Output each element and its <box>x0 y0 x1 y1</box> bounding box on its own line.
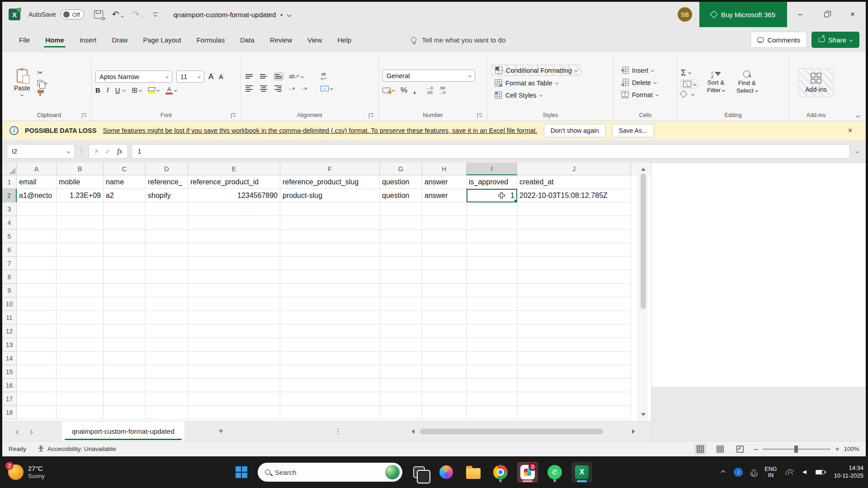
cell-D10[interactable] <box>146 297 188 311</box>
cell-E7[interactable] <box>188 257 280 270</box>
cell-G16[interactable] <box>380 379 422 392</box>
cell-G9[interactable] <box>380 284 422 297</box>
cell-A18[interactable] <box>17 406 57 419</box>
row-header-1[interactable]: 1 <box>2 175 17 189</box>
cell-F16[interactable] <box>280 379 380 392</box>
cell-F18[interactable] <box>280 406 380 419</box>
font-size-select[interactable]: 11 <box>176 70 204 83</box>
cell-F15[interactable] <box>280 365 380 379</box>
cell-H5[interactable] <box>422 230 467 243</box>
cell-C16[interactable] <box>104 379 146 392</box>
cell-H13[interactable] <box>422 338 467 352</box>
align-middle-button[interactable] <box>259 73 268 80</box>
cell-E14[interactable] <box>188 352 280 365</box>
document-title[interactable]: qnaimport-custom-format-updated • <box>173 11 290 19</box>
cell-D8[interactable] <box>146 270 188 284</box>
cell-F2[interactable]: product-slug <box>280 189 380 202</box>
cell-E8[interactable] <box>188 270 280 284</box>
cell-I16[interactable] <box>467 379 517 392</box>
cell-F17[interactable] <box>280 392 380 406</box>
cell-E9[interactable] <box>188 284 280 297</box>
cell-F7[interactable] <box>280 257 380 270</box>
cell-B15[interactable] <box>57 365 104 379</box>
cell-C1[interactable]: name <box>104 175 146 189</box>
previous-sheet-icon[interactable] <box>14 425 23 438</box>
cell-I17[interactable] <box>467 392 517 406</box>
cell-C5[interactable] <box>104 230 146 243</box>
cell-E18[interactable] <box>188 406 280 419</box>
row-header-9[interactable]: 9 <box>2 284 17 297</box>
cell-J12[interactable] <box>517 324 631 338</box>
zoom-slider[interactable] <box>763 449 830 450</box>
enter-entry-icon[interactable]: ✓ <box>105 147 111 155</box>
increase-decimal-button[interactable]: ←0.00 <box>426 86 433 95</box>
cell-D17[interactable] <box>146 392 188 406</box>
cell-B3[interactable] <box>57 202 104 216</box>
cell-G11[interactable] <box>380 311 422 324</box>
cell-H16[interactable] <box>422 379 467 392</box>
decrease-indent-button[interactable]: ←≡ <box>288 86 295 91</box>
cell-B12[interactable] <box>57 324 104 338</box>
row-header-16[interactable]: 16 <box>2 379 17 392</box>
name-box-dropdown-icon[interactable] <box>67 150 70 153</box>
notification-info-icon[interactable]: i <box>734 468 743 477</box>
page-break-preview-button[interactable] <box>734 444 746 455</box>
microphone-icon[interactable] <box>752 469 755 475</box>
row-header-12[interactable]: 12 <box>2 324 17 338</box>
delete-cells-button[interactable]: Delete <box>618 77 660 88</box>
cell-E4[interactable] <box>188 216 280 230</box>
clipboard-dialog-launcher-icon[interactable]: ↘ <box>82 113 87 118</box>
customize-qat-button[interactable] <box>153 13 158 17</box>
cell-H1[interactable]: answer <box>422 175 467 189</box>
cell-J6[interactable] <box>517 243 631 257</box>
copy-button[interactable] <box>38 80 47 86</box>
cell-C3[interactable] <box>104 202 146 216</box>
cell-C15[interactable] <box>104 365 146 379</box>
cell-C8[interactable] <box>104 270 146 284</box>
autosave-toggle[interactable]: Off <box>61 9 84 19</box>
cell-E16[interactable] <box>188 379 280 392</box>
cell-A15[interactable] <box>17 365 57 379</box>
column-header-D[interactable]: D <box>146 163 188 175</box>
cell-D12[interactable] <box>146 324 188 338</box>
next-sheet-icon[interactable] <box>26 425 35 438</box>
format-as-table-button[interactable]: Format as Table <box>491 78 561 88</box>
cell-G10[interactable] <box>380 297 422 311</box>
cell-H9[interactable] <box>422 284 467 297</box>
column-header-B[interactable]: B <box>57 163 104 175</box>
cell-B11[interactable] <box>57 311 104 324</box>
cell-B4[interactable] <box>57 216 104 230</box>
cell-I6[interactable] <box>467 243 517 257</box>
cell-A2[interactable]: a1@necto <box>17 189 57 202</box>
cell-E11[interactable] <box>188 311 280 324</box>
cell-D11[interactable] <box>146 311 188 324</box>
cell-H15[interactable] <box>422 365 467 379</box>
cell-B7[interactable] <box>57 257 104 270</box>
cell-B5[interactable] <box>57 230 104 243</box>
cell-B9[interactable] <box>57 284 104 297</box>
cell-A11[interactable] <box>17 311 57 324</box>
file-explorer-button[interactable] <box>463 462 484 483</box>
excel-taskbar-button[interactable]: X <box>571 462 592 483</box>
cell-A16[interactable] <box>17 379 57 392</box>
cell-B2[interactable]: 1.23E+09 <box>57 189 104 202</box>
clear-button[interactable] <box>681 91 698 97</box>
cell-B16[interactable] <box>57 379 104 392</box>
cell-C18[interactable] <box>104 406 146 419</box>
cell-G14[interactable] <box>380 352 422 365</box>
format-painter-button[interactable] <box>38 90 47 96</box>
cell-I15[interactable] <box>467 365 517 379</box>
expand-formula-bar-icon[interactable] <box>856 150 859 153</box>
cell-C6[interactable] <box>104 243 146 257</box>
name-box[interactable]: I2 <box>7 144 75 159</box>
page-layout-view-button[interactable] <box>714 444 726 455</box>
cell-G15[interactable] <box>380 365 422 379</box>
start-button[interactable] <box>231 462 251 482</box>
cell-D5[interactable] <box>146 230 188 243</box>
percent-style-button[interactable]: % <box>401 86 407 95</box>
tab-help[interactable]: Help <box>330 32 359 48</box>
cell-I10[interactable] <box>467 297 517 311</box>
cell-H18[interactable] <box>422 406 467 419</box>
insert-cells-button[interactable]: Insert <box>618 65 657 75</box>
zoom-slider-thumb[interactable] <box>794 446 798 453</box>
